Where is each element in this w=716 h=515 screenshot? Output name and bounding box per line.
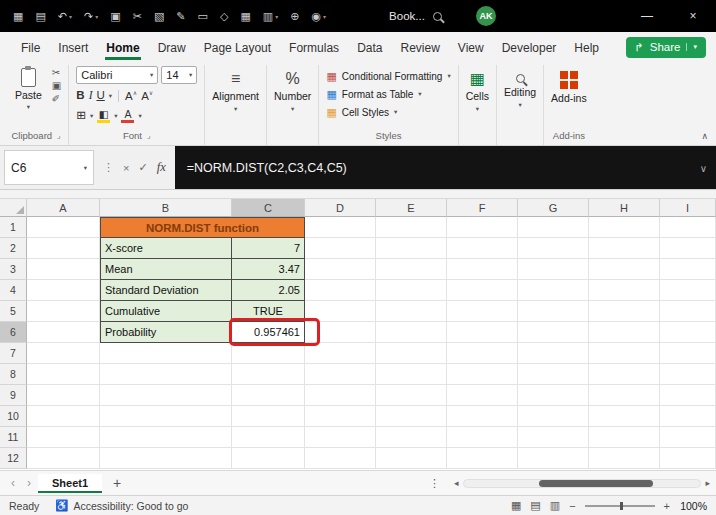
cell-F7[interactable]	[447, 343, 518, 364]
cell-A2[interactable]	[27, 238, 100, 259]
scrollbar-track[interactable]	[463, 479, 702, 488]
cell-D5[interactable]	[305, 301, 376, 322]
sheet-nav-right-icon[interactable]: ›	[22, 476, 36, 490]
underline-dropdown-icon[interactable]: ▾	[109, 92, 112, 100]
cell-F6[interactable]	[447, 322, 518, 343]
underline-button[interactable]: U	[96, 90, 104, 102]
borders-dropdown-icon[interactable]: ▾	[90, 112, 93, 120]
format-as-table-button[interactable]: ▦ Format as Table ▾	[326, 86, 450, 102]
cell-B5[interactable]: Cumulative	[100, 301, 232, 322]
row-header-3[interactable]: 3	[0, 259, 27, 280]
cell-G6[interactable]	[518, 322, 589, 343]
copy-icon[interactable]: ▣	[52, 81, 61, 91]
clipboard-dialog-launcher-icon[interactable]: ⌟	[57, 131, 61, 140]
cell-A9[interactable]	[27, 385, 100, 406]
add-user-icon[interactable]: ⊕	[285, 8, 304, 25]
conditional-formatting-button[interactable]: ▦ Conditional Formatting ▾	[326, 68, 450, 84]
cell-I7[interactable]	[660, 343, 716, 364]
share-button[interactable]: ↱ Share ▾	[626, 37, 706, 58]
save-icon[interactable]: ▤	[30, 8, 50, 25]
cell-B10[interactable]	[100, 406, 232, 427]
cell-D9[interactable]	[305, 385, 376, 406]
cell-B6[interactable]: Probability	[100, 322, 232, 343]
apps-icon[interactable]: ▦	[8, 8, 28, 25]
scroll-right-icon[interactable]: ▸	[705, 478, 710, 488]
number-group-button[interactable]: % Number ▾	[267, 65, 319, 145]
borders-icon[interactable]: ⊞	[76, 110, 86, 122]
column-header-C[interactable]: C	[232, 199, 305, 217]
picture-icon[interactable]: ▧	[149, 8, 169, 25]
cell-D8[interactable]	[305, 364, 376, 385]
row-header-11[interactable]: 11	[0, 427, 27, 448]
cell-E9[interactable]	[376, 385, 447, 406]
cell-E11[interactable]	[376, 427, 447, 448]
scrollbar-thumb[interactable]	[539, 480, 653, 487]
cell-C10[interactable]	[232, 406, 305, 427]
tab-draw[interactable]: Draw	[149, 34, 195, 61]
cell-H1[interactable]	[589, 217, 660, 238]
zoom-level[interactable]: 100%	[679, 500, 707, 512]
zoom-in-icon[interactable]: +	[664, 500, 670, 512]
cell-I5[interactable]	[660, 301, 716, 322]
cell-D10[interactable]	[305, 406, 376, 427]
font-color-dropdown-icon[interactable]: ▾	[138, 112, 141, 120]
cell-H10[interactable]	[589, 406, 660, 427]
copy-icon[interactable]: ▣	[105, 8, 125, 25]
cut-icon[interactable]: ✂	[128, 8, 147, 25]
cell-H11[interactable]	[589, 427, 660, 448]
alignment-group-button[interactable]: ≡ Alignment ▾	[205, 65, 267, 145]
formula-input[interactable]: =NORM.DIST(C2,C3,C4,C5) ∨	[175, 146, 716, 189]
cell-E4[interactable]	[376, 280, 447, 301]
formula-bar-expand-icon[interactable]: ∨	[700, 162, 707, 173]
cell-I4[interactable]	[660, 280, 716, 301]
name-box[interactable]: C6 ▾	[4, 150, 94, 185]
column-header-H[interactable]: H	[589, 199, 660, 217]
row-header-6[interactable]: 6	[0, 322, 27, 343]
cell-B2[interactable]: X-score	[100, 238, 232, 259]
cell-B7[interactable]	[100, 343, 232, 364]
cell-D6[interactable]	[305, 322, 376, 343]
cell-I9[interactable]	[660, 385, 716, 406]
cut-icon[interactable]: ✂	[52, 68, 61, 78]
cell-A11[interactable]	[27, 427, 100, 448]
record-icon[interactable]: ◉▾	[306, 8, 331, 25]
cells-group-button[interactable]: ▦ Cells ▾	[459, 65, 497, 145]
name-box-dots-icon[interactable]: ⋮	[103, 161, 114, 174]
cell-A10[interactable]	[27, 406, 100, 427]
cell-D7[interactable]	[305, 343, 376, 364]
cell-F1[interactable]	[447, 217, 518, 238]
close-button[interactable]: ×	[670, 0, 716, 32]
addins-icon[interactable]	[560, 71, 578, 89]
collapse-ribbon-icon[interactable]: ∧	[701, 131, 708, 141]
cell-E8[interactable]	[376, 364, 447, 385]
cell-styles-button[interactable]: ▦ Cell Styles ▾	[326, 104, 450, 120]
cell-A1[interactable]	[27, 217, 100, 238]
cell-E3[interactable]	[376, 259, 447, 280]
cell-G1[interactable]	[518, 217, 589, 238]
column-header-E[interactable]: E	[376, 199, 447, 217]
accessibility-status[interactable]: ♿ Accessibility: Good to go	[55, 499, 188, 512]
cell-C3[interactable]: 3.47	[232, 259, 305, 280]
cell-H7[interactable]	[589, 343, 660, 364]
row-header-5[interactable]: 5	[0, 301, 27, 322]
zoom-out-icon[interactable]: −	[569, 500, 575, 512]
share-dropdown-icon[interactable]: ▾	[686, 43, 697, 51]
cell-C6[interactable]: 0.957461	[232, 322, 305, 343]
cell-A12[interactable]	[27, 448, 100, 469]
sheet-tab-sheet1[interactable]: Sheet1	[38, 474, 102, 493]
cell-A8[interactable]	[27, 364, 100, 385]
cell-C2[interactable]: 7	[232, 238, 305, 259]
cell-G4[interactable]	[518, 280, 589, 301]
cell-A3[interactable]	[27, 259, 100, 280]
cell-E7[interactable]	[376, 343, 447, 364]
tab-page-layout[interactable]: Page Layout	[195, 34, 280, 61]
row-header-8[interactable]: 8	[0, 364, 27, 385]
font-name-select[interactable]: Calibri ▾	[76, 66, 158, 84]
row-header-4[interactable]: 4	[0, 280, 27, 301]
draw-icon[interactable]: ✎	[171, 8, 190, 25]
cell-C8[interactable]	[232, 364, 305, 385]
format-painter-icon[interactable]: ✐	[52, 94, 61, 104]
sheet-nav-left-icon[interactable]: ‹	[6, 476, 20, 490]
pin-icon[interactable]: ◇	[215, 8, 233, 25]
zoom-slider-thumb[interactable]	[620, 502, 623, 510]
